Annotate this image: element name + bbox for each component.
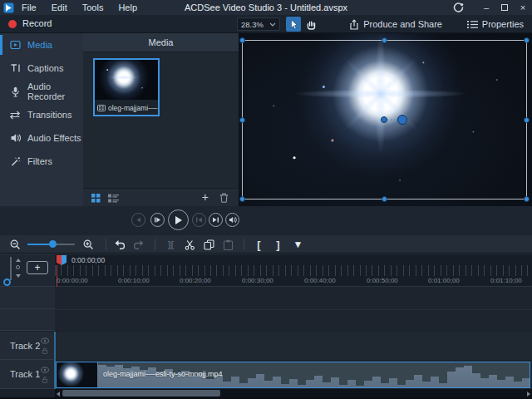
scrollbar-thumb[interactable] — [62, 390, 220, 397]
anchor-point-handle[interactable] — [381, 116, 387, 123]
select-tool-button[interactable] — [286, 17, 301, 32]
playhead-flag-icon[interactable] — [62, 255, 66, 265]
close-button[interactable]: × — [514, 0, 532, 15]
step-play-icon — [154, 216, 161, 224]
play-icon — [174, 215, 183, 225]
zoom-out-icon — [10, 239, 21, 250]
menu-edit[interactable]: Edit — [44, 0, 75, 15]
menu-tools[interactable]: Tools — [75, 0, 111, 15]
scroll-right-icon[interactable] — [527, 392, 530, 397]
next-frame-button[interactable] — [209, 213, 223, 227]
grid-view-icon[interactable] — [91, 194, 101, 203]
track1-lane[interactable]: oleg-majjami-—esli-ty-so-mnojj.mp4 — [55, 361, 532, 389]
record-button[interactable]: Record — [22, 18, 52, 28]
scroll-down-icon[interactable] — [16, 274, 21, 278]
track-visibility-eye-icon[interactable] — [41, 337, 49, 344]
preview-zoom-dropdown[interactable]: 28.3% — [237, 17, 280, 31]
zoom-in-button[interactable] — [81, 238, 96, 251]
delete-trash-icon[interactable] — [219, 193, 229, 203]
sidebar-item-audio-effects[interactable]: Audio Effects — [0, 126, 83, 150]
record-enable-dot-icon[interactable] — [3, 278, 11, 286]
redo-button[interactable] — [131, 238, 145, 251]
captions-icon — [10, 63, 21, 73]
add-track-button[interactable]: + — [27, 261, 48, 274]
resize-handle-w[interactable] — [239, 117, 245, 123]
timeline-horizontal-scrollbar[interactable] — [55, 389, 532, 397]
resize-handle-n[interactable] — [382, 37, 387, 43]
volume-button[interactable] — [225, 213, 239, 227]
sidebar: Media Captions Audio Recorder Transition… — [0, 33, 83, 206]
minimize-button[interactable]: – — [477, 0, 495, 15]
resize-handle-se[interactable] — [524, 196, 530, 202]
titlebar: File Edit Tools Help ACDSee Video Studio… — [0, 0, 532, 15]
play-button[interactable] — [168, 209, 189, 230]
split-icon: ][ — [168, 239, 174, 249]
ruler-label: 0:00:20;00 — [180, 277, 211, 284]
zoom-out-button[interactable] — [8, 238, 22, 251]
track-header-track2[interactable]: Track 2 — [0, 332, 55, 360]
main-toolbar: Record 28.3% Produce and Share — [0, 15, 532, 33]
ruler-label: 0:00:10;00 — [118, 277, 150, 284]
track-lock-icon[interactable] — [41, 377, 49, 383]
sidebar-item-media[interactable]: Media — [0, 33, 83, 57]
play-reverse-button[interactable] — [131, 213, 145, 227]
sidebar-item-audio-recorder[interactable]: Audio Recorder — [0, 80, 83, 103]
step-play-button[interactable] — [150, 213, 165, 227]
resize-handle-nw[interactable] — [239, 37, 245, 43]
paste-button[interactable] — [221, 238, 235, 251]
track2-lane[interactable] — [55, 332, 532, 360]
resize-handle-sw[interactable] — [239, 196, 245, 202]
mini-zoom-icon[interactable] — [16, 265, 20, 269]
ruler-label: 0:00:50;00 — [367, 277, 398, 284]
scroll-up-icon[interactable] — [16, 259, 21, 262]
rotate-center-handle[interactable] — [397, 115, 407, 125]
resize-handle-ne[interactable] — [524, 37, 530, 43]
sidebar-item-captions[interactable]: Captions — [0, 57, 83, 80]
mark-out-icon: ] — [276, 239, 279, 251]
mark-in-button[interactable]: [ — [252, 238, 266, 251]
sidebar-item-transitions[interactable]: Transitions — [0, 103, 83, 126]
scissors-icon — [185, 239, 195, 250]
menu-file[interactable]: File — [14, 0, 44, 15]
timeline-zoom-slider-handle[interactable] — [49, 240, 57, 248]
empty-lane-area[interactable] — [55, 287, 532, 330]
timeline-ruler[interactable]: 0:00:00;00 0:00:00;00 0:00:10;00 0:00:20… — [55, 254, 532, 287]
track-header-track1[interactable]: Track 1 — [0, 360, 55, 389]
acdsee-365-icon[interactable] — [451, 2, 466, 13]
list-view-icon[interactable] — [108, 194, 119, 203]
produce-share-button[interactable]: Produce and Share — [349, 17, 442, 31]
playhead-flag-icon[interactable] — [57, 255, 62, 265]
sidebar-item-filters[interactable]: Filters — [0, 150, 83, 173]
hand-tool-button[interactable] — [303, 17, 318, 32]
track-name: Track 2 — [10, 341, 40, 351]
scroll-left-icon[interactable] — [57, 392, 60, 397]
track-visibility-eye-icon[interactable] — [41, 367, 49, 373]
ruler-label: 0:00:40;00 — [304, 277, 336, 284]
resize-handle-s[interactable] — [382, 196, 387, 202]
timeline-clip[interactable]: oleg-majjami-—esli-ty-so-mnojj.mp4 — [56, 362, 530, 388]
media-icon — [10, 40, 21, 50]
volume-icon — [229, 216, 237, 224]
cursor-arrow-icon — [288, 19, 298, 30]
add-marker-button[interactable]: ▼ — [291, 238, 305, 251]
cut-button[interactable] — [183, 238, 197, 251]
record-icon[interactable] — [8, 20, 17, 28]
add-media-button[interactable]: + — [202, 190, 209, 204]
track-lock-icon[interactable] — [41, 347, 49, 354]
properties-button[interactable]: Properties — [467, 17, 524, 31]
app-logo-icon — [3, 2, 14, 13]
mark-out-button[interactable]: ] — [271, 238, 285, 251]
undo-button[interactable] — [113, 238, 127, 251]
marker-icon: ▼ — [293, 239, 303, 250]
copy-button[interactable] — [202, 238, 216, 251]
media-panel-tab[interactable]: Media — [83, 33, 239, 52]
previous-frame-button[interactable] — [192, 213, 206, 227]
menu-help[interactable]: Help — [111, 0, 145, 15]
split-clip-button[interactable]: ][ — [164, 238, 178, 251]
media-panel: Media oleg-majjami-—... + — [83, 33, 239, 206]
media-item-card[interactable]: oleg-majjami-—... — [93, 58, 160, 116]
resize-handle-e[interactable] — [524, 117, 530, 123]
maximize-button[interactable] — [495, 0, 514, 15]
ruler-label: 0:00:30;00 — [242, 277, 273, 284]
acdsee-video-studio-window: File Edit Tools Help ACDSee Video Studio… — [0, 0, 532, 399]
